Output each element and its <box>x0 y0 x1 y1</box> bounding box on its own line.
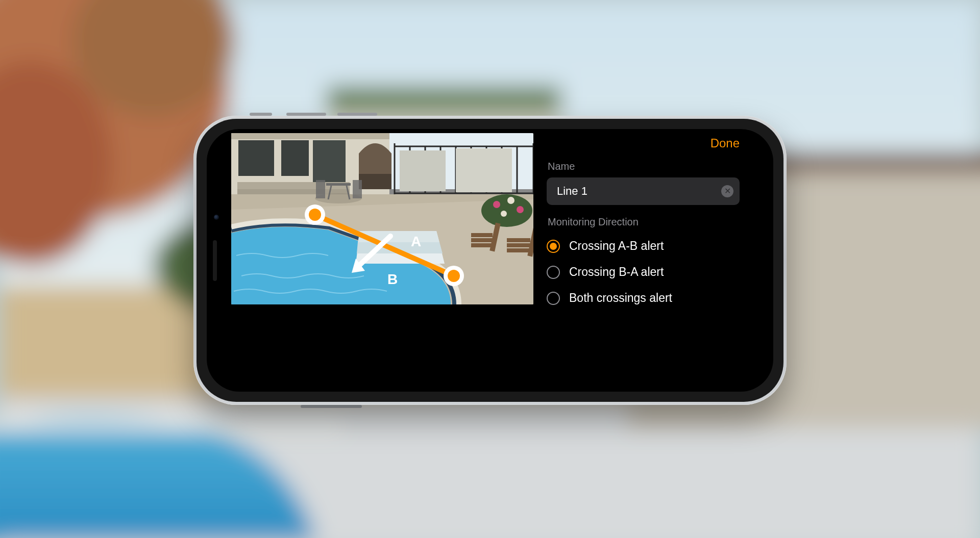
option-crossing-b-a[interactable]: Crossing B-A alert <box>547 259 740 285</box>
line-crossing-editor: A B Done Name ✕ <box>207 129 773 392</box>
svg-rect-6 <box>327 87 561 112</box>
done-button[interactable]: Done <box>710 136 740 150</box>
svg-point-62 <box>448 270 460 282</box>
phone-screen: A B Done Name ✕ <box>207 129 773 392</box>
settings-panel: Done Name ✕ Monitoring Direction <box>533 129 773 392</box>
phone-device: A B Done Name ✕ <box>193 116 787 405</box>
close-icon: ✕ <box>724 187 731 195</box>
direction-options: Crossing A-B alert Crossing B-A alert Bo… <box>547 233 740 311</box>
endpoint-b-label: B <box>387 271 398 287</box>
option-label: Both crossings alert <box>569 291 672 305</box>
option-label: Crossing A-B alert <box>569 239 664 253</box>
option-crossing-a-b[interactable]: Crossing A-B alert <box>547 233 740 259</box>
svg-rect-12 <box>0 421 342 431</box>
direction-section-label: Monitoring Direction <box>548 216 740 228</box>
endpoint-a-label: A <box>411 234 421 249</box>
radio-icon <box>547 266 560 279</box>
power-button <box>301 405 362 408</box>
option-both-crossings[interactable]: Both crossings alert <box>547 285 740 311</box>
endpoint-a-handle[interactable] <box>305 204 325 225</box>
line-overlay[interactable]: A B <box>231 133 533 304</box>
clear-name-button[interactable]: ✕ <box>721 185 733 197</box>
radio-icon <box>547 292 560 305</box>
camera-preview[interactable]: A B <box>231 133 533 304</box>
option-label: Crossing B-A alert <box>569 265 664 279</box>
radio-icon <box>547 240 560 253</box>
notch <box>207 199 226 322</box>
endpoint-b-handle[interactable] <box>444 266 464 286</box>
name-input[interactable] <box>556 184 721 198</box>
svg-point-60 <box>309 209 321 221</box>
name-field[interactable]: ✕ <box>547 177 740 205</box>
name-section-label: Name <box>548 161 740 172</box>
